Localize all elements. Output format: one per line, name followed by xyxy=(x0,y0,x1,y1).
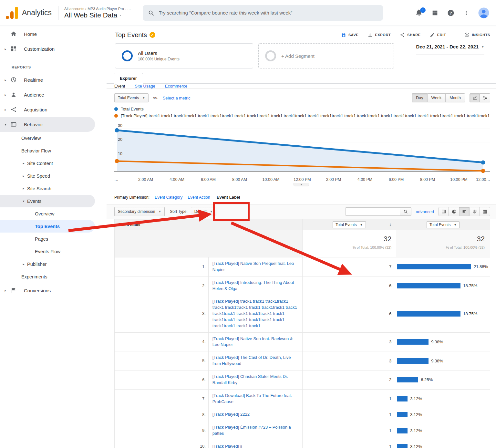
dimension-event-label[interactable]: Event Label xyxy=(215,195,242,200)
global-search[interactable] xyxy=(143,5,383,21)
notifications-button[interactable]: 1 xyxy=(415,9,423,17)
percent-bar-cell: 18.75% xyxy=(396,276,490,295)
metric-dropdown[interactable]: Total Events ▼ xyxy=(114,93,149,102)
view-comparison-button[interactable] xyxy=(470,207,480,216)
secondary-dimension-dropdown[interactable]: Secondary dimension ▼ xyxy=(114,207,165,216)
bar-column-select[interactable]: Total Events▼ xyxy=(427,221,460,228)
chevron-right-icon[interactable]: ▸ xyxy=(3,93,8,97)
chevron-down-icon[interactable]: ▾ xyxy=(3,123,8,126)
property-selector[interactable]: All Web Site Data xyxy=(64,11,131,19)
chevron-right-icon[interactable]: ▸ xyxy=(3,289,8,292)
tab-explorer[interactable]: Explorer xyxy=(114,73,143,84)
sidebar-item-overview[interactable]: Overview xyxy=(0,207,107,220)
chevron-right-icon[interactable]: ▸ xyxy=(21,161,26,165)
chevron-right-icon[interactable]: ▸ xyxy=(3,108,8,111)
subtab-ecommerce[interactable]: Ecommerce xyxy=(165,84,187,89)
view-pivot-button[interactable] xyxy=(480,207,490,216)
sidebar-item-behavior-flow[interactable]: Behavior Flow xyxy=(0,144,107,157)
sidebar-item-publisher[interactable]: ▸Publisher xyxy=(0,258,107,270)
sidebar-item-audience[interactable]: ▸Audience xyxy=(0,87,107,102)
add-segment-button[interactable]: + Add Segment xyxy=(258,43,394,68)
event-label-link[interactable]: [Track Played] Native Son Prequel feat. … xyxy=(212,261,294,272)
sort-type-dropdown[interactable]: Default ▼ xyxy=(191,207,216,216)
subtab-site-usage[interactable]: Site Usage xyxy=(135,84,155,89)
event-label-link[interactable]: [Track Played] Introducing: The Thing Ab… xyxy=(212,280,294,291)
chevron-down-icon[interactable]: ▾ xyxy=(21,199,26,203)
chevron-right-icon[interactable]: ▸ xyxy=(21,174,26,178)
totals-percent: % of Total: 100.00% (32) xyxy=(396,245,485,249)
sort-direction-icon[interactable]: ↓ xyxy=(389,222,391,227)
motion-chart-button[interactable] xyxy=(480,93,490,102)
event-label-link[interactable]: [Track Played] 2222 xyxy=(212,412,250,417)
sidebar-item-overview[interactable]: Overview xyxy=(0,132,107,144)
save-button[interactable]: SAVE xyxy=(341,32,359,37)
sidebar-item-top-events[interactable]: Top Events xyxy=(0,220,95,233)
sidebar-item-realtime[interactable]: ▸Realtime xyxy=(0,72,107,87)
view-pie-button[interactable] xyxy=(449,207,459,216)
sidebar-item-home[interactable]: Home xyxy=(0,26,107,41)
edit-button[interactable]: EDIT xyxy=(430,32,446,37)
help-icon[interactable]: ? xyxy=(447,9,455,17)
event-label-cell: [Track Played] 2222 xyxy=(208,408,302,421)
dimension-event-action[interactable]: Event Action xyxy=(188,195,210,200)
advanced-link[interactable]: advanced xyxy=(416,209,434,214)
sidebar-item-events[interactable]: ▾Events xyxy=(0,195,95,207)
sidebar-item-acquisition[interactable]: ▸Acquisition xyxy=(0,102,107,117)
table-search-input[interactable] xyxy=(346,207,400,216)
granularity-day[interactable]: Day xyxy=(412,93,427,102)
event-label-link[interactable]: [Track Played] ii xyxy=(212,444,242,448)
sort-type-label: Sort Type: xyxy=(170,209,187,214)
subtab-event[interactable]: Event xyxy=(114,84,125,89)
sidebar-item-site-speed[interactable]: ▸Site Speed xyxy=(0,170,107,182)
table-search-button[interactable] xyxy=(400,207,411,216)
chevron-right-icon[interactable]: ▸ xyxy=(21,262,26,266)
sidebar-item-site-content[interactable]: ▸Site Content xyxy=(0,157,107,170)
chart-collapse-button[interactable]: ▼ xyxy=(294,183,309,186)
date-range-selector[interactable]: Dec 21, 2021 - Dec 22, 2021 ▼ xyxy=(416,44,484,55)
view-performance-button[interactable] xyxy=(459,207,470,216)
event-label-link[interactable]: [Track Played] track1 track1 track1track… xyxy=(212,299,297,328)
chevron-right-icon[interactable]: ▸ xyxy=(3,78,8,82)
breadcrumb-accounts[interactable]: All accounts › MP3 Audio Player Pro - … xyxy=(64,7,131,11)
percent-label: 3.12% xyxy=(410,428,422,433)
x-axis-tick: 12:00 PM xyxy=(294,177,311,182)
granularity-week[interactable]: Week xyxy=(428,93,446,102)
sidebar-item-conversions[interactable]: ▸Conversions xyxy=(0,283,107,298)
event-label-link[interactable]: [Track Played] Émission #723 – Poisson à… xyxy=(212,425,291,436)
segment-all-users[interactable]: All Users 100.00% Unique Events xyxy=(115,43,253,68)
search-input[interactable] xyxy=(159,10,378,16)
granularity-month[interactable]: Month xyxy=(446,93,465,102)
more-vertical-icon[interactable] xyxy=(463,10,470,16)
sidebar-item-site-search[interactable]: ▸Site Search xyxy=(0,182,107,195)
export-button[interactable]: EXPORT xyxy=(367,32,391,37)
percent-bar xyxy=(397,377,418,382)
share-button[interactable]: SHARE xyxy=(400,32,421,37)
select-metric-link[interactable]: Select a metric xyxy=(163,96,191,100)
dimension-event-category[interactable]: Event Category xyxy=(155,195,182,200)
analytics-logo-text[interactable]: Analytics xyxy=(22,8,52,17)
chevron-right-icon[interactable]: ▸ xyxy=(21,187,26,190)
legend-label-track-played: [Track Played] track1 track1 track1track… xyxy=(121,113,490,118)
event-label-link[interactable]: [Track Played] Christian Slater Meets Dr… xyxy=(212,374,288,385)
total-events-value: 7 xyxy=(302,257,396,276)
event-label-link[interactable]: [Track Played] Native Son feat. Raekwon … xyxy=(212,336,293,347)
insights-button[interactable]: INSIGHTS xyxy=(464,32,490,37)
analytics-logo-icon[interactable] xyxy=(6,7,18,19)
segment-name: All Users xyxy=(138,50,180,56)
line-chart-button[interactable] xyxy=(470,93,480,102)
metric-column-select[interactable]: Total Events▼ xyxy=(333,221,366,228)
sidebar-item-customization[interactable]: ▸Customization xyxy=(0,41,107,56)
totals-row: 32 % of Total: 100.00% (32) 32 % of Tota… xyxy=(115,230,490,257)
view-table-button[interactable] xyxy=(439,207,449,216)
avatar[interactable] xyxy=(478,7,490,19)
event-label-link[interactable]: [Track Played] The Cast of Dr. Death, Li… xyxy=(212,355,291,366)
apps-grid-icon[interactable] xyxy=(431,9,439,16)
column-header-event-label[interactable]: Event Label xyxy=(115,219,303,230)
event-label-link[interactable]: [Track Download] Back To The Future feat… xyxy=(212,393,292,404)
sidebar-item-experiments[interactable]: Experiments xyxy=(0,270,107,283)
segment-ring-icon xyxy=(122,50,133,61)
sidebar-item-pages[interactable]: Pages xyxy=(0,233,107,245)
sidebar-item-behavior[interactable]: ▾Behavior xyxy=(0,117,95,132)
chevron-right-icon[interactable]: ▸ xyxy=(3,47,8,51)
sidebar-item-events-flow[interactable]: Events Flow xyxy=(0,245,107,258)
